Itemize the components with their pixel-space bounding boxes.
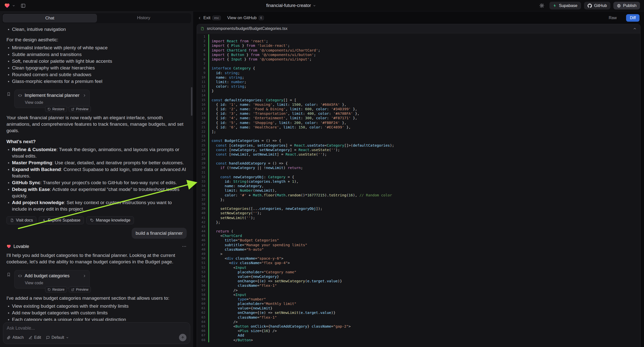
view-code-link[interactable]: View code: [25, 280, 86, 286]
code-view[interactable]: 12import React from 'react';3import { Pl…: [197, 33, 640, 347]
code-line: 2import React from 'react';: [197, 39, 640, 43]
list-item: Master Prompting: Use clear, detailed, a…: [6, 160, 187, 166]
code-line: 39 setCategories([...categories, newCate…: [197, 206, 640, 211]
code-line: 13}: [197, 88, 640, 93]
chevron-down-icon[interactable]: [12, 4, 15, 7]
code-line: 63 className="flex-1": [197, 315, 640, 320]
list-item: Refine & Customize: Tweak the design, an…: [6, 146, 187, 159]
preview-header: Exit esc View on GitHub 6 Raw Diff: [193, 12, 644, 24]
settings-gear-icon[interactable]: [539, 3, 544, 8]
send-button[interactable]: [179, 334, 186, 341]
code-line: 28: [197, 156, 640, 161]
code-line: 16 { id: '1', name: 'Housing', limit: 15…: [197, 102, 640, 107]
preview-button[interactable]: Preview: [69, 106, 91, 112]
scrollbar-thumb[interactable]: [191, 87, 192, 116]
lovable-heart-icon: [6, 244, 11, 249]
file-icon: [200, 27, 204, 30]
project-menu[interactable]: financial-future-creator: [266, 3, 316, 8]
project-title: financial-future-creator: [266, 3, 311, 8]
view-code-link[interactable]: View code: [25, 99, 86, 106]
supabase-bolt-icon: [553, 4, 556, 8]
code-line: 56 className="flex-1": [197, 283, 640, 288]
chat-input[interactable]: [7, 326, 186, 331]
mode-label: Default: [52, 335, 64, 340]
code-line: 4import ChartCard from '@/components/ui/…: [197, 48, 640, 52]
list-item: Clean, intuitive navigation: [6, 26, 187, 32]
topbar: financial-future-creator Supabase GitHub…: [0, 0, 644, 12]
code-line: 36 color: '#' + Math.floor(Math.random()…: [197, 193, 640, 198]
mode-select[interactable]: Default: [46, 335, 69, 340]
exit-button[interactable]: Exit esc: [198, 16, 221, 20]
chevron-right-icon: [83, 274, 86, 278]
tab-chat[interactable]: Chat: [3, 14, 97, 22]
preview-button[interactable]: Preview: [69, 286, 91, 292]
code-line: 18 { id: '3', name: 'Transportation', li…: [197, 111, 640, 116]
code-line: 66 <Plus size={16} />: [197, 328, 640, 333]
raw-button[interactable]: Raw: [606, 14, 620, 22]
code-line: 3import { Plus } from 'lucide-react';: [197, 43, 640, 48]
publish-button[interactable]: Publish: [614, 2, 640, 10]
list-item: View existing budget categories with the…: [6, 303, 187, 310]
code-line: 51 <div className="flex gap-4">: [197, 260, 640, 265]
chevron-down-icon: [313, 4, 316, 7]
supabase-button[interactable]: Supabase: [550, 2, 581, 10]
version-card[interactable]: Add budget categories View code Restore: [14, 270, 90, 288]
code-line: 55 onChange={(e) => setNewCategory(e.tar…: [197, 279, 640, 283]
code-line: 30 if (!newCategory || !newLimit) return…: [197, 166, 640, 170]
bookmark-icon[interactable]: [6, 92, 11, 96]
preview-label: Preview: [76, 288, 88, 292]
code-line: 59 type="number": [197, 297, 640, 302]
message-menu-icon[interactable]: [182, 244, 187, 249]
code-line: 68 </Button>: [197, 338, 640, 342]
manage-knowledge-button[interactable]: Manage knowledge: [86, 216, 134, 224]
collapse-chevron-icon[interactable]: [633, 27, 637, 30]
explore-supabase-button[interactable]: Explore Supabase: [39, 216, 84, 224]
manage-knowledge-label: Manage knowledge: [96, 218, 130, 222]
list-item: GitHub Sync: Transfer your project's cod…: [6, 180, 187, 186]
bookmark-icon[interactable]: [6, 272, 11, 277]
code-line: 11 limit: number;: [197, 80, 640, 84]
code-line: 60 placeholder="Monthly limit": [197, 302, 640, 306]
attach-button[interactable]: Attach: [7, 335, 24, 340]
diff-button[interactable]: Diff: [626, 14, 640, 22]
lovable-logo-icon[interactable]: [4, 3, 10, 8]
list-item: Clean typography with clear hierarchies: [6, 65, 187, 71]
preview-label: Preview: [76, 107, 88, 111]
code-line: 37 };: [197, 198, 640, 202]
assistant-header: Lovable: [6, 243, 187, 250]
version-card[interactable]: Implement financial planner View code Re…: [14, 90, 90, 108]
list-item: Soft, neutral color palette with light b…: [6, 58, 187, 64]
chevron-down-icon: [66, 336, 69, 339]
code-line: 38: [197, 202, 640, 206]
code-line: 12 color: string;: [197, 84, 640, 88]
sidebar-toggle-icon[interactable]: [21, 3, 26, 8]
assistant-name: Lovable: [14, 243, 29, 250]
code-line: 45 <ChartCard: [197, 234, 640, 238]
code-line: 32 const newCategoryObj: Category = {: [197, 175, 640, 179]
restore-button[interactable]: Restore: [45, 286, 67, 292]
list-item: Add project knowledge: Set key context o…: [6, 200, 187, 212]
visit-docs-button[interactable]: Visit docs: [6, 216, 36, 224]
restore-button[interactable]: Restore: [45, 106, 67, 112]
bullet-list: View existing budget categories with the…: [6, 303, 187, 321]
view-on-github-button[interactable]: View on GitHub 6: [227, 16, 264, 20]
code-line: 20 { id: '5', name: 'Shopping', limit: 2…: [197, 120, 640, 125]
tab-history[interactable]: History: [97, 14, 190, 22]
view-on-github-label: View on GitHub: [227, 16, 257, 20]
visit-docs-label: Visit docs: [16, 218, 33, 222]
code-panel: src/components/budget/BudgetCategories.t…: [197, 24, 640, 347]
code-line: 58 <Input: [197, 292, 640, 297]
list-item: Each category gets a unique color for vi…: [6, 316, 187, 321]
code-line: 23: [197, 134, 640, 138]
github-button[interactable]: GitHub: [584, 2, 610, 10]
edit-button[interactable]: Edit: [29, 335, 41, 340]
external-link-icon: [71, 108, 74, 111]
list-item: Minimalist interface with plenty of whit…: [6, 44, 187, 51]
code-line: 31: [197, 170, 640, 175]
code-line: 33 id: String(categories.length + 1),: [197, 179, 640, 184]
supabase-label: Supabase: [559, 3, 577, 8]
restore-label: Restore: [52, 288, 64, 292]
code-line: 41 setNewLimit('');: [197, 216, 640, 220]
code-line: 57 />: [197, 288, 640, 292]
code-line: 6import { Input } from '@/components/ui/…: [197, 57, 640, 62]
